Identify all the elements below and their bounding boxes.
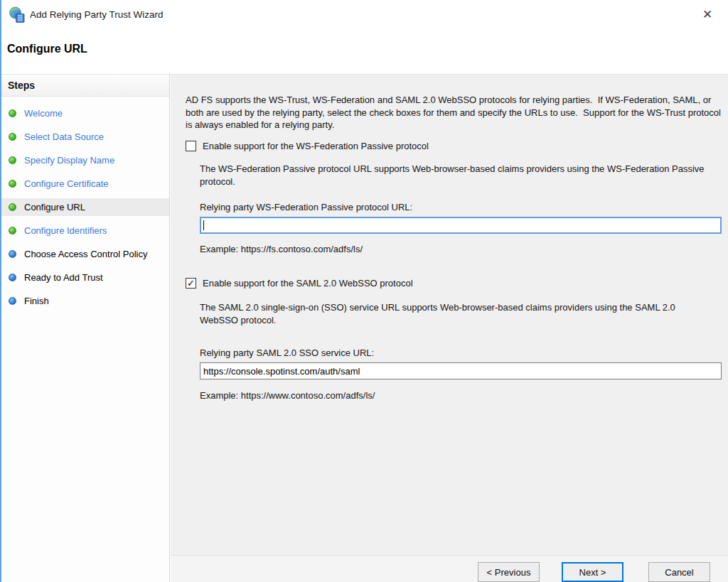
wsfed-checkbox[interactable] bbox=[186, 141, 196, 151]
step-status-icon bbox=[9, 109, 16, 117]
saml-url-input[interactable] bbox=[200, 362, 722, 379]
saml-example-text: Example: https://www.contoso.com/adfs/ls… bbox=[200, 389, 375, 402]
page-title: Configure URL bbox=[7, 43, 87, 55]
step-configure-identifiers[interactable]: Configure Identifiers bbox=[1, 222, 169, 239]
steps-header: Steps bbox=[1, 75, 169, 97]
wsfed-description: The WS-Federation Passive protocol URL s… bbox=[200, 163, 714, 188]
saml-url-input-wrap bbox=[200, 362, 722, 379]
wsfed-checkbox-row: Enable support for the WS-Federation Pas… bbox=[186, 141, 429, 151]
window-title: Add Relying Party Trust Wizard bbox=[30, 9, 164, 20]
step-select-data-source[interactable]: Select Data Source bbox=[1, 128, 169, 146]
intro-text: AD FS supports the WS-Trust, WS-Federati… bbox=[186, 94, 723, 131]
next-button[interactable]: Next > bbox=[562, 562, 623, 582]
step-status-icon bbox=[9, 250, 16, 258]
step-specify-display-name[interactable]: Specify Display Name bbox=[1, 151, 169, 169]
step-label: Specify Display Name bbox=[24, 154, 114, 166]
step-status-icon bbox=[9, 274, 16, 281]
wsfed-url-label: Relying party WS-Federation Passive prot… bbox=[200, 201, 412, 214]
adfs-wizard-icon bbox=[9, 6, 26, 23]
titlebar: Add Relying Party Trust Wizard ✕ bbox=[1, 0, 728, 31]
step-label: Select Data Source bbox=[24, 131, 104, 143]
previous-button[interactable]: < Previous bbox=[478, 562, 540, 582]
steps-list: Welcome Select Data Source Specify Displ… bbox=[1, 97, 169, 310]
saml-checkbox-row: ✓ Enable support for the SAML 2.0 WebSSO… bbox=[186, 278, 413, 289]
step-configure-url: Configure URL bbox=[1, 198, 169, 216]
step-finish: Finish bbox=[1, 292, 169, 310]
step-status-icon bbox=[9, 156, 16, 164]
step-label: Ready to Add Trust bbox=[24, 271, 103, 284]
step-status-icon bbox=[9, 180, 16, 188]
close-icon[interactable]: ✕ bbox=[698, 6, 717, 24]
step-ready-to-add-trust: Ready to Add Trust bbox=[1, 269, 169, 286]
wsfed-url-input[interactable] bbox=[200, 217, 722, 234]
wsfed-example-text: Example: https://fs.contoso.com/adfs/ls/ bbox=[200, 243, 363, 256]
text-caret bbox=[203, 220, 204, 230]
footer-bar: < Previous Next > Cancel bbox=[171, 556, 728, 582]
saml-checkbox[interactable]: ✓ bbox=[186, 278, 196, 289]
step-status-icon bbox=[9, 133, 16, 141]
step-status-icon bbox=[9, 203, 16, 211]
step-label: Configure Certificate bbox=[24, 178, 109, 190]
wsfed-url-input-wrap bbox=[200, 217, 722, 234]
saml-url-label: Relying party SAML 2.0 SSO service URL: bbox=[200, 347, 374, 360]
step-label: Configure Identifiers bbox=[24, 225, 107, 237]
wizard-window: Add Relying Party Trust Wizard ✕ Configu… bbox=[0, 0, 728, 582]
step-label: Welcome bbox=[24, 107, 63, 119]
step-choose-access-control-policy: Choose Access Control Policy bbox=[1, 245, 169, 263]
step-status-icon bbox=[9, 297, 16, 305]
content-pane: AD FS supports the WS-Trust, WS-Federati… bbox=[171, 75, 728, 582]
cancel-button[interactable]: Cancel bbox=[648, 562, 710, 582]
step-status-icon bbox=[9, 227, 16, 235]
step-welcome[interactable]: Welcome bbox=[1, 104, 169, 122]
saml-description: The SAML 2.0 single-sign-on (SSO) servic… bbox=[200, 301, 714, 326]
step-label: Choose Access Control Policy bbox=[24, 248, 147, 260]
step-label: Finish bbox=[24, 295, 49, 307]
steps-sidebar: Steps Welcome Select Data Source Specify… bbox=[1, 75, 170, 582]
wsfed-checkbox-label: Enable support for the WS-Federation Pas… bbox=[203, 141, 429, 151]
saml-checkbox-label: Enable support for the SAML 2.0 WebSSO p… bbox=[203, 278, 413, 289]
step-label: Configure URL bbox=[24, 201, 85, 213]
step-configure-certificate[interactable]: Configure Certificate bbox=[1, 175, 169, 193]
